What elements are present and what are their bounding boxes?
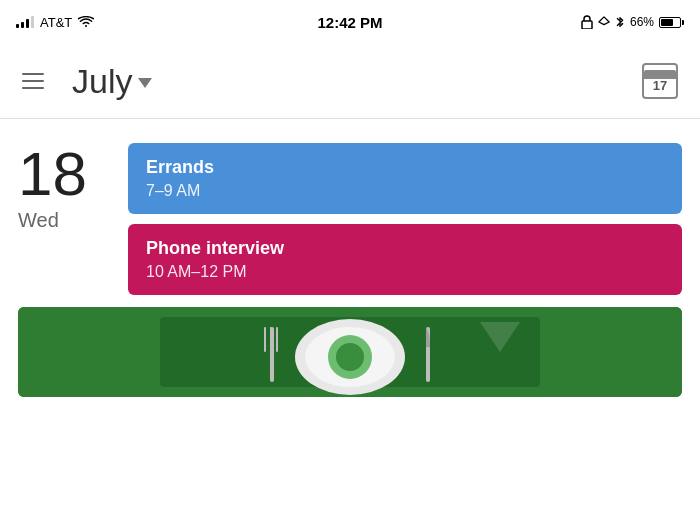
signal-bars [16, 16, 34, 28]
food-event-illustration [18, 307, 682, 397]
status-left: AT&T [16, 15, 94, 30]
event-time: 7–9 AM [146, 182, 664, 200]
calendar-day-number: 17 [653, 79, 667, 92]
calendar-icon: 17 [642, 63, 678, 99]
signal-bar-2 [21, 22, 24, 28]
app-bar: July 17 [0, 44, 700, 119]
svg-rect-8 [264, 327, 266, 352]
day-number: 18 [18, 143, 87, 205]
image-event-card[interactable] [18, 307, 682, 397]
lock-icon [581, 15, 593, 29]
month-label: July [72, 62, 132, 101]
event-card-phone-interview[interactable]: Phone interview 10 AM–12 PM [128, 224, 682, 295]
battery-icon [659, 17, 684, 28]
bluetooth-icon [615, 15, 625, 29]
svg-rect-10 [276, 327, 278, 352]
carrier-label: AT&T [40, 15, 72, 30]
month-selector[interactable]: July [72, 62, 152, 101]
svg-rect-0 [582, 21, 592, 29]
event-title: Errands [146, 157, 664, 178]
hamburger-line-2 [22, 80, 44, 82]
event-card-errands[interactable]: Errands 7–9 AM [128, 143, 682, 214]
battery-pct: 66% [630, 15, 654, 29]
wifi-icon [78, 16, 94, 28]
day-column: 18 Wed [18, 143, 128, 232]
status-bar: AT&T 12:42 PM 66% [0, 0, 700, 44]
today-calendar-button[interactable]: 17 [638, 59, 682, 103]
events-column: Errands 7–9 AM Phone interview 10 AM–12 … [128, 143, 682, 295]
svg-rect-9 [270, 327, 272, 352]
status-right: 66% [581, 15, 684, 29]
day-section: 18 Wed Errands 7–9 AM Phone interview 10… [0, 119, 700, 307]
time-display: 12:42 PM [317, 14, 382, 31]
signal-bar-4 [31, 16, 34, 28]
hamburger-line-1 [22, 73, 44, 75]
location-icon [598, 15, 610, 29]
svg-point-6 [336, 343, 364, 371]
day-name: Wed [18, 209, 59, 232]
signal-bar-3 [26, 19, 29, 28]
hamburger-menu-button[interactable] [18, 69, 48, 93]
signal-bar-1 [16, 24, 19, 28]
hamburger-line-3 [22, 87, 44, 89]
chevron-down-icon [138, 78, 152, 88]
event-title: Phone interview [146, 238, 664, 259]
event-time: 10 AM–12 PM [146, 263, 664, 281]
